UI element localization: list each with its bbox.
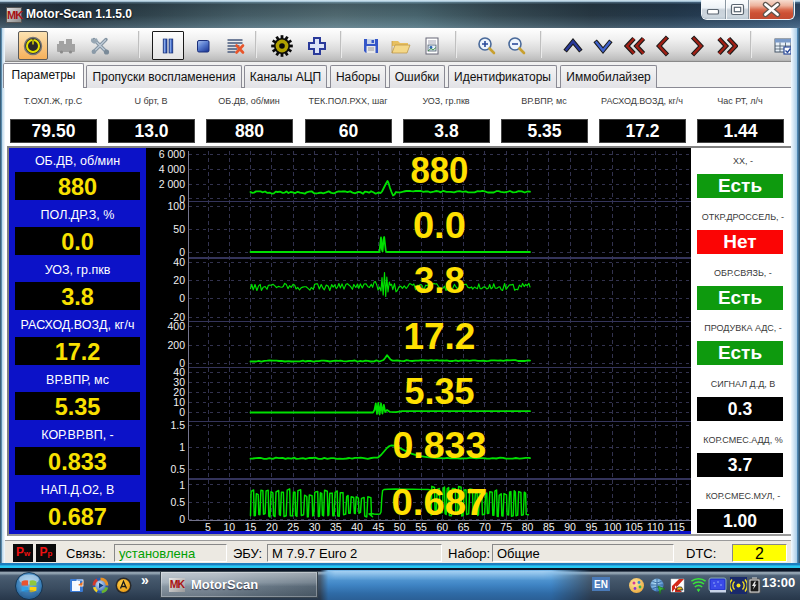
svg-text:110: 110 — [647, 521, 664, 531]
svg-text:0: 0 — [179, 513, 185, 525]
svg-text:15: 15 — [245, 521, 257, 531]
svg-text:1: 1 — [179, 479, 185, 491]
svg-text:40: 40 — [351, 521, 363, 531]
svg-text:115: 115 — [668, 521, 685, 531]
svg-text:105: 105 — [625, 521, 643, 531]
svg-text:50: 50 — [173, 223, 185, 235]
svg-text:100: 100 — [167, 200, 185, 212]
svg-text:75: 75 — [500, 521, 512, 531]
svg-text:5: 5 — [205, 521, 211, 531]
svg-text:0.5: 0.5 — [170, 496, 185, 508]
svg-text:80: 80 — [522, 521, 534, 531]
svg-text:0.5: 0.5 — [170, 463, 185, 475]
svg-text:85: 85 — [543, 521, 555, 531]
svg-text:0: 0 — [179, 292, 185, 304]
svg-text:400: 400 — [167, 320, 185, 332]
svg-text:25: 25 — [287, 521, 299, 531]
svg-text:6 000: 6 000 — [159, 148, 185, 160]
svg-text:3.8: 3.8 — [414, 259, 465, 301]
svg-text:1: 1 — [179, 441, 185, 453]
svg-text:!: ! — [680, 588, 681, 593]
svg-text:40: 40 — [173, 256, 185, 268]
svg-text:35: 35 — [330, 521, 342, 531]
svg-text:95: 95 — [586, 521, 598, 531]
svg-text:0.833: 0.833 — [392, 424, 486, 466]
svg-text:880: 880 — [410, 149, 468, 191]
svg-text:1.5: 1.5 — [170, 419, 185, 431]
svg-text:2 000: 2 000 — [159, 178, 185, 190]
svg-text:20: 20 — [266, 521, 278, 531]
svg-text:0.0: 0.0 — [413, 204, 466, 246]
svg-text:200: 200 — [167, 339, 185, 351]
svg-text:10: 10 — [223, 521, 235, 531]
svg-text:17.2: 17.2 — [403, 315, 475, 357]
svg-text:45: 45 — [373, 521, 385, 531]
svg-text:4 000: 4 000 — [159, 163, 185, 175]
svg-text:5.35: 5.35 — [404, 370, 474, 412]
svg-text:20: 20 — [173, 274, 185, 286]
svg-text:100: 100 — [604, 521, 622, 531]
svg-text:30: 30 — [309, 521, 321, 531]
svg-text:0: 0 — [179, 406, 185, 418]
svg-text:0.687: 0.687 — [391, 481, 487, 523]
svg-text:90: 90 — [564, 521, 576, 531]
